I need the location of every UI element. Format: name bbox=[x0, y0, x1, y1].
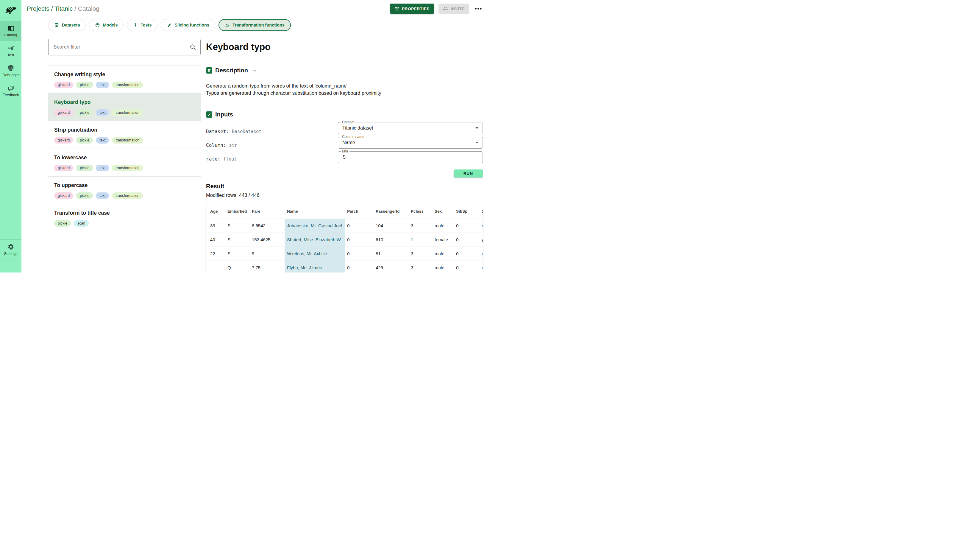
cell-embarked: S bbox=[225, 233, 250, 247]
sidebar-item-catalog[interactable]: Catalog bbox=[0, 21, 21, 41]
app-root: Catalog Test Debugger bbox=[0, 0, 490, 272]
cell-pclass: 3 bbox=[409, 218, 432, 233]
column-header: Fare bbox=[250, 204, 285, 218]
tag-pickle: pickle bbox=[76, 109, 93, 116]
search-filter bbox=[48, 39, 200, 56]
tag-scan: scan bbox=[74, 220, 89, 226]
cell-sibsp: 0 bbox=[454, 247, 479, 261]
table-row[interactable]: 40 S 153.4625 Shuted, Mise. Eluzabeth W … bbox=[206, 233, 483, 247]
modified-rows-text: Modified rows: 443 / 446 bbox=[206, 193, 483, 198]
kebab-menu-icon[interactable]: ••• bbox=[474, 6, 484, 12]
param-name: rate: bbox=[206, 156, 220, 162]
cell-sex: male bbox=[432, 218, 454, 233]
properties-button-label: PROPERTIES bbox=[402, 6, 430, 11]
run-button[interactable]: RUN bbox=[454, 169, 483, 177]
signature-row: Column:str bbox=[206, 142, 338, 148]
column-header: Parch bbox=[345, 204, 373, 218]
tab-slicing-functions[interactable]: Slicing functions bbox=[161, 19, 215, 31]
list-item-strip-punctuation[interactable]: Strip punctuation giskard pickle text tr… bbox=[48, 121, 200, 148]
cell-parch: 0 bbox=[345, 247, 373, 261]
run-row: RUN bbox=[338, 169, 483, 177]
tab-label: Slicing functions bbox=[175, 22, 209, 27]
tune-icon bbox=[395, 6, 399, 11]
breadcrumb-current-page: Catalog bbox=[78, 5, 99, 12]
breadcrumb-project-link[interactable]: Titanic bbox=[54, 5, 73, 12]
cell-name-highlighted: Wxelens, Mr. Axhille bbox=[285, 247, 345, 261]
invite-button-label: INVITE bbox=[451, 6, 465, 11]
table-row[interactable]: 22 S 9 Wxelens, Mr. Axhille 0 81 3 male … bbox=[206, 247, 483, 261]
function-detail-panel: Keyboard typo Description Generate a ran… bbox=[200, 35, 490, 272]
rate-input[interactable] bbox=[342, 154, 478, 160]
cell-sex: male bbox=[432, 261, 454, 272]
cell-fare: 8.6542 bbox=[250, 218, 285, 233]
giskard-logo[interactable] bbox=[0, 0, 21, 21]
search-icon bbox=[189, 43, 196, 51]
curve-chart-icon bbox=[225, 22, 230, 28]
pencil-icon bbox=[206, 112, 212, 118]
sidebar-item-settings[interactable]: Settings bbox=[0, 239, 21, 260]
list-item-transform-to-title-case[interactable]: Transform to title case pickle scan bbox=[48, 204, 200, 232]
invite-button[interactable]: INVITE bbox=[439, 3, 469, 14]
signature-row: rate:float bbox=[206, 156, 338, 162]
breadcrumb-projects-link[interactable]: Projects bbox=[27, 5, 49, 12]
list-item-to-lowercase[interactable]: To lowercase giskard pickle text transfo… bbox=[48, 148, 200, 176]
main-area: Projects / Titanic / Catalog PROPERTIES bbox=[21, 0, 490, 272]
cell-embarked: Q bbox=[225, 261, 250, 272]
tag-transformation: transformation bbox=[112, 193, 143, 199]
tag-pickle: pickle bbox=[76, 193, 93, 199]
chevron-up-icon[interactable] bbox=[252, 68, 257, 73]
cell-parch: 0 bbox=[345, 218, 373, 233]
param-type: float bbox=[223, 156, 237, 162]
cell-pclass: 3 bbox=[409, 261, 432, 272]
list-item-keyboard-typo[interactable]: Keyboard typo giskard pickle text transf… bbox=[48, 93, 200, 121]
breadcrumb-separator: / bbox=[75, 5, 76, 12]
cell-age: 22 bbox=[206, 247, 225, 261]
param-name: Dataset: bbox=[206, 129, 229, 134]
cell-age: 40 bbox=[206, 233, 225, 247]
description-section-header: Description bbox=[206, 67, 483, 74]
list-item-title: Transform to title case bbox=[54, 210, 195, 216]
sidebar-item-label: Debugger bbox=[3, 73, 19, 77]
list-item-change-writing-style[interactable]: Change writing style giskard pickle text… bbox=[48, 65, 200, 93]
cell-name-highlighted: Shuted, Mise. Eluzabeth W bbox=[285, 233, 345, 247]
tab-models[interactable]: Models bbox=[89, 19, 124, 31]
table-row[interactable]: 33 S 8.6542 Johansskn, Mt. Gustad Joel 0… bbox=[206, 218, 483, 233]
tab-transformation-functions[interactable]: Transformation functions bbox=[218, 19, 291, 31]
dataset-select-value: Titanic dataset bbox=[342, 125, 373, 131]
page-title: Keyboard typo bbox=[206, 42, 483, 53]
tag-transformation: transformation bbox=[112, 109, 143, 116]
tab-tests[interactable]: Tests bbox=[127, 19, 158, 31]
cell-passengerid: 81 bbox=[373, 247, 409, 261]
breadcrumb: Projects / Titanic / Catalog bbox=[27, 5, 99, 12]
cell-survived: no bbox=[479, 218, 483, 233]
table-row[interactable]: Q 7.75 Flyhn, Me. Jzmes 0 429 3 male 0 n… bbox=[206, 261, 483, 272]
sidebar: Catalog Test Debugger bbox=[0, 0, 21, 272]
tag-row: pickle scan bbox=[54, 220, 195, 226]
tab-datasets[interactable]: Datasets bbox=[48, 19, 86, 31]
function-list-panel: Change writing style giskard pickle text… bbox=[48, 35, 200, 272]
sidebar-item-debugger[interactable]: Debugger bbox=[0, 61, 21, 81]
cell-survived: no bbox=[479, 261, 483, 272]
column-name-select[interactable]: Column name Name bbox=[338, 137, 483, 148]
list-item-to-uppercase[interactable]: To uppercase giskard pickle text transfo… bbox=[48, 176, 200, 204]
sidebar-item-feedback[interactable]: Feedback bbox=[0, 81, 21, 100]
tag-row: giskard pickle text transformation bbox=[54, 193, 195, 199]
description-text: Generate a random typo from words of the… bbox=[206, 82, 483, 97]
dropdown-arrow-icon bbox=[476, 142, 478, 143]
param-name: Column: bbox=[206, 142, 226, 148]
tag-pickle: pickle bbox=[76, 165, 93, 171]
sidebar-item-test[interactable]: Test bbox=[0, 41, 21, 61]
cell-sex: female bbox=[432, 233, 454, 247]
database-icon bbox=[54, 22, 59, 28]
cell-pclass: 3 bbox=[409, 247, 432, 261]
list-item-title: Strip punctuation bbox=[54, 127, 195, 133]
tag-text: text bbox=[96, 165, 109, 171]
tag-transformation: transformation bbox=[112, 165, 143, 171]
list-item-title: Keyboard typo bbox=[54, 99, 195, 105]
people-icon bbox=[443, 6, 448, 11]
sidebar-item-label: Feedback bbox=[3, 93, 19, 97]
dataset-select[interactable]: Dataset Titanic dataset bbox=[338, 122, 483, 134]
search-input[interactable] bbox=[49, 39, 200, 55]
properties-button[interactable]: PROPERTIES bbox=[390, 3, 434, 14]
tab-label: Models bbox=[103, 22, 118, 27]
